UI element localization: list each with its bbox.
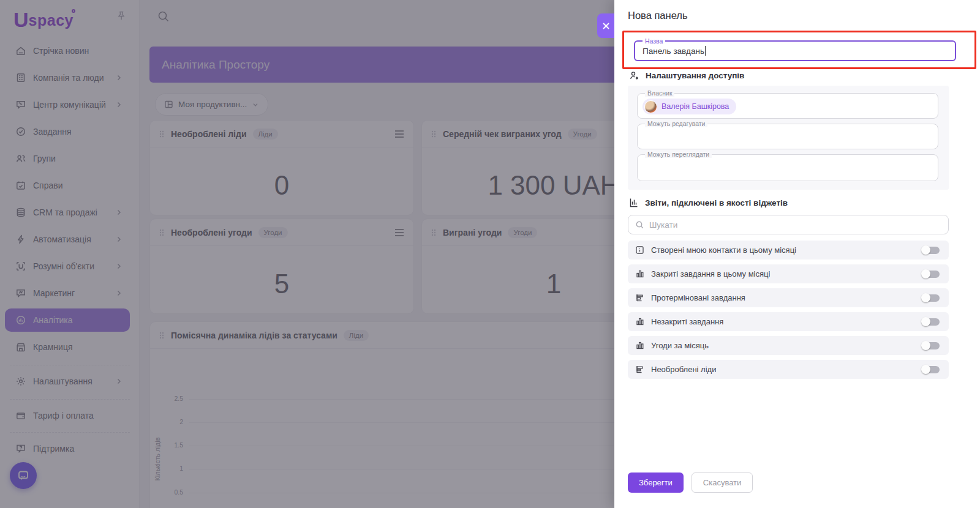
report-toggle-row: Угоди за місяць <box>628 336 949 355</box>
cancel-button[interactable]: Скасувати <box>692 473 753 493</box>
report-toggle-row: Закриті завдання в цьому місяці <box>628 264 949 283</box>
toggle-knob <box>921 341 930 350</box>
owner-name: Валерія Башкірова <box>662 102 729 111</box>
report-toggle-row: Незакриті завдання <box>628 312 949 331</box>
row-chart-icon <box>635 293 644 302</box>
drawer-title: Нова панель <box>628 10 688 21</box>
toggle-knob <box>921 293 930 302</box>
report-label: Закриті завдання в цьому місяці <box>651 269 770 278</box>
report-toggle-switch[interactable] <box>921 341 941 350</box>
modal-overlay[interactable] <box>0 0 614 508</box>
column-chart-icon <box>635 341 644 350</box>
report-label: Створені мною контакти в цьому місяці <box>651 245 796 255</box>
report-toggle-switch[interactable] <box>921 245 941 255</box>
name-field-value: Панель завдань <box>643 47 704 56</box>
save-button[interactable]: Зберегти <box>628 473 684 493</box>
report-label: Угоди за місяць <box>651 341 709 350</box>
owner-field[interactable]: Власник Валерія Башкірова <box>637 93 938 119</box>
report-toggle-row: Створені мною контакти в цьому місяці <box>628 241 949 260</box>
name-field-label: Назва <box>643 37 665 45</box>
access-settings-header: Налаштування доступів <box>629 70 744 81</box>
reports-section-header: Звіти, підключені в якості віджетів <box>629 198 788 207</box>
bar-chart-icon <box>629 198 639 207</box>
toggle-knob <box>921 317 930 326</box>
close-icon <box>602 22 610 30</box>
search-placeholder: Шукати <box>649 220 677 230</box>
row-chart-icon <box>635 365 644 374</box>
person-gear-icon <box>629 70 639 81</box>
can-edit-field[interactable]: Можуть редагувати <box>637 124 938 149</box>
report-label: Необроблені ліди <box>651 365 716 374</box>
search-icon <box>635 220 644 230</box>
report-toggle-switch[interactable] <box>921 269 941 278</box>
dashboard-name-input[interactable]: Назва Панель завдань <box>634 40 956 61</box>
drawer-footer: Зберегти Скасувати <box>628 473 753 493</box>
report-toggle-switch[interactable] <box>921 293 941 302</box>
toggle-knob <box>921 245 930 255</box>
section-title: Звіти, підключені в якості віджетів <box>645 198 788 207</box>
report-label: Незакриті завдання <box>651 317 723 326</box>
can-edit-field-label: Можуть редагувати <box>645 120 707 127</box>
toggle-knob <box>921 269 930 278</box>
section-title: Налаштування доступів <box>646 71 744 80</box>
access-settings-block: Власник Валерія Башкірова Можуть редагув… <box>628 86 949 190</box>
report-toggle-row: Протерміновані завдання <box>628 288 949 307</box>
column-chart-icon <box>635 317 644 326</box>
can-view-field[interactable]: Можуть переглядати <box>637 154 938 181</box>
close-drawer-button[interactable] <box>597 13 614 38</box>
can-view-field-label: Можуть переглядати <box>645 151 712 158</box>
report-label: Протерміновані завдання <box>651 293 745 302</box>
owner-chip[interactable]: Валерія Башкірова <box>643 99 736 114</box>
owner-avatar <box>644 100 657 113</box>
text-cursor <box>705 46 706 56</box>
report-toggle-switch[interactable] <box>921 365 941 374</box>
number-widget-icon <box>635 245 644 255</box>
owner-field-label: Власник <box>645 89 674 97</box>
uspacy-app: U spacy Стрічка новин Компанія та люди Ц… <box>0 0 980 508</box>
report-toggle-row: Необроблені ліди <box>628 360 949 379</box>
report-toggle-switch[interactable] <box>921 317 941 326</box>
toggle-knob <box>921 365 930 374</box>
reports-search-input[interactable]: Шукати <box>628 215 949 234</box>
column-chart-icon <box>635 269 644 278</box>
new-dashboard-drawer: Нова панель Назва Панель завдань Налашту… <box>614 0 980 508</box>
